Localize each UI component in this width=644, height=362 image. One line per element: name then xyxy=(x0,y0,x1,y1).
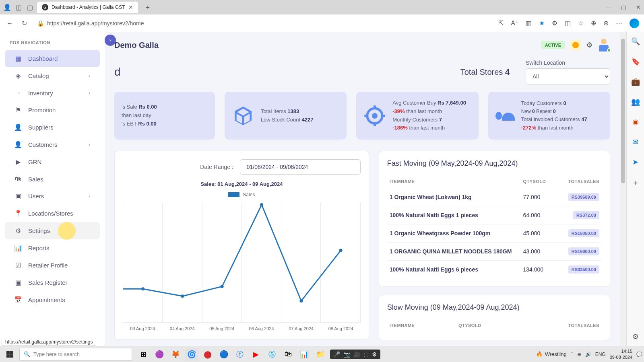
app-icon[interactable]: 📊 xyxy=(298,348,311,361)
sidebar-item-label: Retailer Profile xyxy=(28,262,68,269)
favorites-icon[interactable]: ☆ xyxy=(578,19,584,27)
edge-settings-icon[interactable]: ⚙ xyxy=(632,332,639,341)
url-box[interactable]: 🔒 https://retail.galla.app/mystorev2/hom… xyxy=(37,20,493,27)
coin-badge[interactable] xyxy=(570,39,581,51)
office-icon[interactable]: ◉ xyxy=(632,117,639,126)
reader-icon[interactable]: ▥ xyxy=(526,19,532,27)
notifications-icon[interactable]: 💬 xyxy=(636,352,642,357)
tray-chevron-icon[interactable]: ˄ xyxy=(571,352,573,357)
sidebar-item-grn[interactable]: ▶GRN xyxy=(5,153,100,171)
refresh-button[interactable]: ↻ xyxy=(19,19,29,28)
copilot-taskbar-icon[interactable]: 🟣 xyxy=(153,348,166,361)
plus-icon[interactable]: ＋ xyxy=(632,178,639,187)
new-tab-button[interactable]: ＋ xyxy=(144,3,151,12)
sidebar-item-label: Inventory xyxy=(28,90,53,97)
favorite-star-icon[interactable]: ★ xyxy=(539,19,545,27)
chrome-icon[interactable]: 🔵 xyxy=(217,348,230,361)
close-tab-icon[interactable]: ✕ xyxy=(128,4,133,10)
tray-volume-icon[interactable]: 🔊 xyxy=(585,352,591,357)
menu-icon[interactable]: ⋯ xyxy=(616,19,622,27)
explorer-icon[interactable]: 📁 xyxy=(314,348,327,361)
back-button[interactable]: ← xyxy=(5,19,14,28)
reports-icon: 📊 xyxy=(14,244,22,252)
sidebar-item-customers[interactable]: 👤Customers› xyxy=(5,136,100,153)
briefcase-icon[interactable]: 💼 xyxy=(631,77,640,86)
main-content: Demo Galla ACTIVE ⚙ d Total Stores 4 Swi… xyxy=(105,32,620,346)
sidebar-item-sales[interactable]: 🛍Sales xyxy=(5,171,100,187)
scroll-thumb[interactable] xyxy=(621,39,625,183)
vertical-scrollbar[interactable] xyxy=(620,32,626,346)
read-aloud-icon[interactable]: A⁺ xyxy=(511,19,518,27)
people-icon[interactable]: 👥 xyxy=(631,97,640,106)
col-itemname: ITEMNAME xyxy=(387,175,521,188)
sidebar-collapse-button[interactable]: › xyxy=(105,35,116,46)
send-icon[interactable]: ➤ xyxy=(632,158,638,167)
store-icon[interactable]: 🛍 xyxy=(282,348,295,361)
tag-icon[interactable]: 🔖 xyxy=(631,57,640,66)
windows-taskbar: 🔍Type here to search ⊞ 🟣 🦊 🌀 ⬤ 🔵 ⓕ ▶ Ⓢ 🛍… xyxy=(0,346,644,362)
sidebar-item-label: Customers xyxy=(28,141,58,148)
svg-point-4 xyxy=(221,285,224,288)
tray-lang[interactable]: ENG xyxy=(595,352,606,357)
svg-point-3 xyxy=(181,294,184,298)
sidebar-item-suppliers[interactable]: 👤Suppliers xyxy=(5,119,100,136)
tab-actions-icon[interactable]: ▢ xyxy=(26,3,34,11)
skype-icon[interactable]: Ⓢ xyxy=(266,348,279,361)
sales-icon: 🛍 xyxy=(14,175,22,183)
svg-point-1 xyxy=(372,113,378,119)
sidebar-item-settings[interactable]: ⚙Settings xyxy=(5,222,100,239)
split-icon[interactable]: ◫ xyxy=(565,19,571,27)
task-view-icon[interactable]: ⊞ xyxy=(137,348,150,361)
chevron-right-icon: › xyxy=(89,90,90,96)
start-button[interactable] xyxy=(2,348,18,361)
recording-widget[interactable]: 🎤📷🎥▢⚙ xyxy=(330,350,380,359)
taskbar-clock[interactable]: 14:1509-08-2024 xyxy=(610,348,632,360)
chevron-right-icon: › xyxy=(89,193,90,199)
sidebar-item-retailer-profile[interactable]: ☑Retailer Profile xyxy=(5,257,100,274)
date-range-input[interactable] xyxy=(240,159,361,175)
outlook-icon[interactable]: ✉ xyxy=(632,138,638,146)
promotion-icon: ⚑ xyxy=(14,106,22,114)
weather-widget[interactable]: 🔥Wrestling xyxy=(536,351,567,357)
sidebar-item-catalog[interactable]: ◈Catalog› xyxy=(5,67,100,84)
grn-icon: ▶ xyxy=(14,158,22,166)
firefox-icon[interactable]: 🦊 xyxy=(169,348,182,361)
minimize-icon[interactable]: — xyxy=(606,4,611,10)
search-tool-icon[interactable]: 🔍 xyxy=(631,37,640,46)
tray-network-icon[interactable]: ⊕ xyxy=(577,352,581,357)
shopping-icon[interactable]: ⊛ xyxy=(603,19,609,27)
header-gear-icon[interactable]: ⚙ xyxy=(586,41,592,49)
nav-section-header: POS NAVIGATION xyxy=(0,37,105,50)
favicon-icon: G xyxy=(42,4,48,10)
facebook-icon[interactable]: ⓕ xyxy=(233,348,246,361)
browser-tab[interactable]: G Dashboard - Analytics | Galla GST ✕ xyxy=(37,2,138,13)
sidebar-item-users[interactable]: ▣Users› xyxy=(5,187,100,205)
open-external-icon[interactable]: ⇱ xyxy=(498,19,504,27)
sidebar-item-appointments[interactable]: 📅Appointments xyxy=(5,291,100,309)
sidebar-item-dashboard[interactable]: ▦Dashboard xyxy=(5,50,100,67)
copilot-icon[interactable] xyxy=(630,19,639,28)
sidebar-item-inventory[interactable]: →Inventory› xyxy=(5,84,100,101)
collections-icon[interactable]: ⊕ xyxy=(591,19,596,27)
record-icon[interactable]: ⬤ xyxy=(201,348,214,361)
status-badge: ACTIVE xyxy=(541,41,565,49)
sidebar-item-reports[interactable]: 📊Reports xyxy=(5,239,100,257)
user-avatar[interactable] xyxy=(597,39,610,51)
workspaces-icon[interactable]: ◫ xyxy=(14,3,23,11)
edge-icon[interactable]: 🌀 xyxy=(185,348,198,361)
col-qtysold: QTYSOLD xyxy=(520,175,556,188)
sidebar-item-promotion[interactable]: ⚑Promotion xyxy=(5,101,100,119)
switch-location-select[interactable]: All xyxy=(526,68,610,84)
sidebar-item-locations[interactable]: 📍Locations/Stores xyxy=(5,205,100,222)
extensions-icon[interactable]: ⚙ xyxy=(552,19,557,27)
close-window-icon[interactable]: ✕ xyxy=(636,4,641,10)
sidebar-item-sales-register[interactable]: ▣Sales Register xyxy=(5,274,100,291)
taskbar-search[interactable]: 🔍Type here to search xyxy=(19,348,132,361)
person-icon xyxy=(495,106,515,125)
fast-moving-panel: Fast Moving (09 May,2024-09 Aug,2024) IT… xyxy=(379,151,610,287)
profile-icon[interactable]: 👤 xyxy=(3,3,11,11)
maximize-icon[interactable]: ▢ xyxy=(621,4,626,10)
gear-icon: ⚙ xyxy=(14,227,22,234)
youtube-icon[interactable]: ▶ xyxy=(250,348,262,361)
sidebar-item-label: Sales xyxy=(28,176,43,183)
